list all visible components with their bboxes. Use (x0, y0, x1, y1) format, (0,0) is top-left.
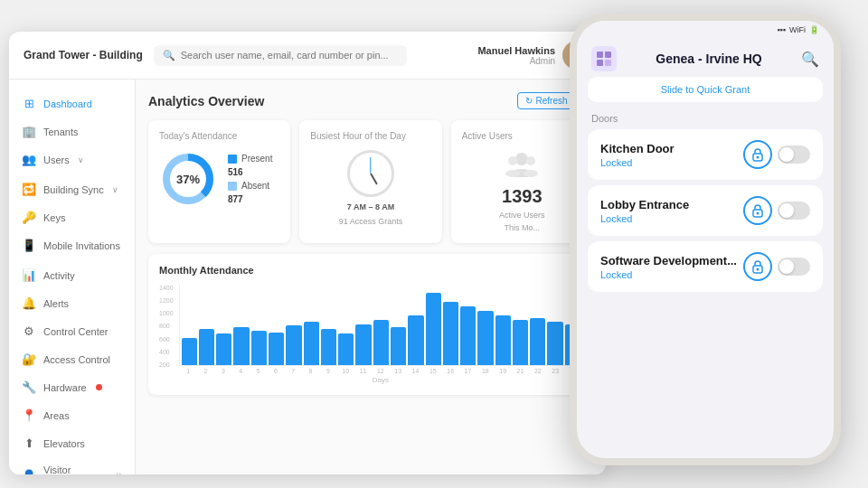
bar-wrapper (199, 329, 214, 365)
sidebar-item-keys[interactable]: 🔑 Keys (9, 204, 135, 230)
keys-icon: 🔑 (22, 211, 36, 224)
content-area: Analytics Overview ↻ Refresh Info Today'… (136, 80, 606, 474)
desktop-app: Grand Tower - Building 🔍 Manuel Hawkins … (9, 32, 606, 474)
refresh-icon: ↻ (525, 96, 533, 106)
bar (251, 331, 267, 365)
active-users-label: Active Users (499, 211, 545, 220)
lobby-toggle[interactable] (778, 202, 810, 220)
kitchen-lock-button[interactable] (743, 140, 772, 169)
elevators-icon: ⬆ (22, 436, 36, 450)
svg-rect-12 (597, 60, 603, 66)
bar-wrapper (338, 333, 354, 365)
bar-chart (179, 285, 582, 366)
bar-wrapper (547, 322, 562, 365)
sidebar-label: Activity (43, 270, 75, 281)
x-label: 13 (391, 368, 406, 374)
sidebar-item-access-control[interactable]: 🔐 Access Control (9, 346, 135, 372)
wifi-icon: WiFi (789, 25, 806, 34)
present-legend: Present (228, 154, 272, 164)
sidebar-label: Building Sync (43, 184, 104, 195)
sidebar-item-visitor-management[interactable]: 👤 Visitor Management ∨ (9, 458, 135, 474)
x-label: 16 (443, 368, 458, 374)
mobile-app: ▪▪▪ WiFi 🔋 Genea - Irvine HQ 🔍 Slide to … (570, 14, 841, 465)
absent-label: Absent (241, 181, 269, 191)
lobby-lock-button[interactable] (743, 196, 772, 225)
access-control-icon: 🔐 (22, 352, 36, 366)
quick-grant-banner[interactable]: Slide to Quick Grant (588, 77, 823, 102)
bar-wrapper (408, 315, 423, 365)
x-label: 19 (495, 368, 510, 374)
x-label: 9 (320, 368, 335, 374)
door-info-lobby: Lobby Entrance Locked (600, 198, 689, 224)
bar-wrapper (182, 338, 197, 365)
x-label: 6 (268, 368, 283, 374)
bar-wrapper (286, 325, 301, 365)
sidebar-item-users[interactable]: 👥 Users ∨ (9, 146, 135, 173)
sidebar-label: Visitor Management (43, 465, 108, 474)
bar-wrapper (216, 333, 231, 365)
users-icon: 👥 (22, 153, 36, 166)
bar-wrapper (391, 327, 406, 365)
x-label: 15 (425, 368, 440, 374)
sidebar-item-mobile-invitations[interactable]: 📱 Mobile Invitations (9, 232, 135, 258)
sidebar-label: Tenants (43, 127, 79, 137)
mobile-logo (591, 46, 617, 71)
search-bar[interactable]: 🔍 (154, 45, 407, 66)
top-bar: Grand Tower - Building 🔍 Manuel Hawkins … (9, 32, 606, 80)
x-axis-labels: 1234567891011121314151617181921222324 (179, 368, 582, 374)
software-toggle[interactable] (778, 258, 810, 276)
clock-minute-hand (370, 157, 372, 174)
bar (443, 302, 458, 365)
mobile-invitations-icon: 📱 (22, 239, 36, 252)
sidebar-item-activity[interactable]: 📊 Activity (9, 262, 135, 288)
software-lock-button[interactable] (743, 252, 772, 281)
bar-wrapper (477, 311, 493, 365)
sidebar-item-areas[interactable]: 📍 Areas (9, 402, 135, 428)
mobile-app-title: Genea - Irvine HQ (656, 52, 761, 66)
svg-point-6 (526, 156, 535, 165)
sidebar-item-tenants[interactable]: 🏢 Tenants (9, 118, 135, 145)
bar-wrapper (373, 320, 389, 365)
sidebar-label: Users (43, 155, 70, 165)
sidebar-item-control-center[interactable]: ⚙ Control Center (9, 318, 135, 344)
users-group-icon (504, 150, 540, 183)
lobby-door-name: Lobby Entrance (600, 198, 689, 211)
svg-point-15 (757, 156, 760, 159)
mobile-status-bar: ▪▪▪ WiFi 🔋 (577, 21, 834, 39)
y-label-200: 200 (159, 361, 174, 368)
x-label: 10 (338, 368, 354, 374)
mobile-search-icon[interactable]: 🔍 (801, 51, 819, 68)
present-label: Present (241, 154, 272, 164)
bar-wrapper (513, 320, 528, 365)
donut-container: 37% Present 516 (159, 150, 279, 208)
bar (408, 315, 423, 365)
bar-wrapper (304, 322, 319, 365)
page-title: Analytics Overview (148, 94, 264, 108)
x-label: 1 (181, 368, 196, 374)
bar (477, 311, 493, 365)
search-icon: 🔍 (163, 50, 175, 61)
user-name: Manuel Hawkins (477, 45, 555, 56)
door-card-lobby: Lobby Entrance Locked (588, 185, 823, 236)
activity-icon: 📊 (22, 268, 36, 282)
door-info-kitchen: Kitchen Door Locked (600, 142, 675, 168)
sidebar-label: Dashboard (43, 99, 92, 109)
x-axis-label: Days (179, 376, 582, 384)
kitchen-toggle[interactable] (778, 145, 810, 164)
sidebar-item-hardware[interactable]: 🔧 Hardware (9, 374, 135, 400)
kitchen-door-status: Locked (600, 157, 675, 168)
sidebar-item-elevators[interactable]: ⬆ Elevators (9, 430, 135, 456)
donut-legend: Present 516 Absent 877 (228, 154, 272, 204)
absent-value: 877 (228, 194, 272, 204)
y-label-600: 600 (159, 336, 174, 343)
sidebar-label: Access Control (43, 354, 110, 365)
bar-wrapper (355, 324, 371, 365)
search-input[interactable] (181, 50, 398, 61)
doors-section-label: Doors (577, 109, 834, 129)
sidebar-item-dashboard[interactable]: ⊞ Dashboard (9, 90, 135, 117)
building-sync-icon: 🔁 (22, 183, 36, 196)
sidebar-item-alerts[interactable]: 🔔 Alerts (9, 290, 135, 316)
sidebar-item-building-sync[interactable]: 🔁 Building Sync ∨ (9, 176, 135, 202)
door-card-software: Software Development... Locked (588, 241, 823, 292)
svg-point-5 (508, 156, 517, 165)
